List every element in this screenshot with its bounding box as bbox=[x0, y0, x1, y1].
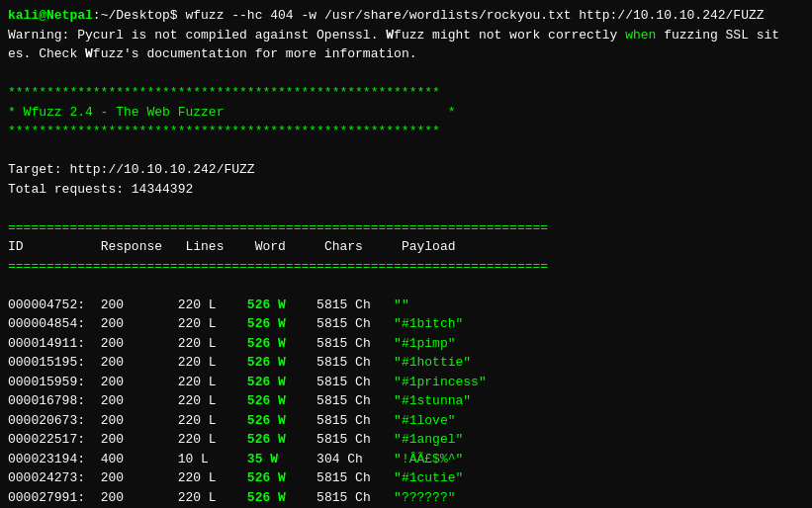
cell-response: 200 bbox=[101, 393, 178, 408]
cell-word: 526 W bbox=[247, 432, 316, 447]
cell-chars: 5815 Ch bbox=[316, 490, 394, 505]
cell-word: 35 W bbox=[247, 452, 316, 466]
blank-1 bbox=[8, 64, 804, 84]
col-response: Response bbox=[101, 239, 186, 254]
cell-response: 200 bbox=[101, 297, 178, 312]
warning-text-1: Warning: Pycurl is not compiled against … bbox=[8, 28, 779, 42]
cell-response: 200 bbox=[101, 355, 178, 370]
cell-payload: "#1angel" bbox=[394, 432, 463, 447]
cell-response: 200 bbox=[101, 413, 178, 428]
blank-2 bbox=[8, 141, 804, 161]
target-line: Target: http://10.10.10.242/FUZZ bbox=[8, 160, 804, 180]
cell-word: 526 W bbox=[247, 490, 316, 505]
cell-payload: "#1hottie" bbox=[394, 355, 471, 370]
cell-id: 000024273: bbox=[8, 470, 101, 485]
table-column-headers: ID Response Lines Word Chars Payload bbox=[8, 237, 804, 257]
cell-response: 400 bbox=[101, 452, 178, 466]
table-divider-mid: ========================================… bbox=[8, 257, 804, 277]
cell-word: 526 W bbox=[247, 336, 316, 351]
prompt-line: kali@Netpal:~/Desktop$ wfuzz --hc 404 -w… bbox=[8, 6, 804, 26]
table-divider-top: ========================================… bbox=[8, 218, 804, 238]
table-row: 000024273: 200 220 L 526 W 5815 Ch "#1cu… bbox=[8, 468, 804, 488]
table-row: 000016798: 200 220 L 526 W 5815 Ch "#1st… bbox=[8, 391, 804, 411]
cell-word: 526 W bbox=[247, 413, 316, 428]
cell-id: 000016798: bbox=[8, 393, 101, 408]
cell-id: 000020673: bbox=[8, 413, 101, 428]
table-row: 000023194: 400 10 L 35 W 304 Ch "!ÂÃ£$%^… bbox=[8, 450, 804, 469]
cell-response: 200 bbox=[101, 490, 178, 505]
cell-payload: "#1pimp" bbox=[394, 336, 455, 351]
cell-id: 000022517: bbox=[8, 432, 101, 447]
command-text: wfuzz --hc 404 -w /usr/share/wordlists/r… bbox=[185, 8, 764, 23]
cell-payload: "#1love" bbox=[394, 413, 455, 428]
cell-chars: 5815 Ch bbox=[316, 316, 394, 331]
cell-chars: 5815 Ch bbox=[316, 470, 394, 485]
cell-response: 200 bbox=[101, 432, 178, 447]
cell-response: 200 bbox=[101, 470, 178, 485]
cell-id: 000023194: bbox=[8, 452, 101, 466]
warning-text-2: es. Check Wfuzz's documentation for more… bbox=[8, 46, 416, 61]
cell-id: 000004854: bbox=[8, 316, 101, 331]
cell-lines: 220 L bbox=[178, 490, 247, 505]
blank-4 bbox=[8, 276, 804, 296]
terminal: kali@Netpal:~/Desktop$ wfuzz --hc 404 -w… bbox=[0, 0, 812, 508]
col-payload: Payload bbox=[402, 239, 456, 254]
table-row: 000015959: 200 220 L 526 W 5815 Ch "#1pr… bbox=[8, 373, 804, 392]
table-row: 000027991: 200 220 L 526 W 5815 Ch "????… bbox=[8, 488, 804, 508]
cell-word: 526 W bbox=[247, 393, 316, 408]
prompt-host: kali@Netpal bbox=[8, 8, 93, 23]
cell-chars: 5815 Ch bbox=[316, 336, 394, 351]
cell-payload: "??????" bbox=[394, 490, 455, 505]
warning-line-2: es. Check Wfuzz's documentation for more… bbox=[8, 44, 804, 64]
cell-lines: 220 L bbox=[178, 355, 247, 370]
warning-line-1: Warning: Pycurl is not compiled against … bbox=[8, 26, 804, 45]
cell-lines: 220 L bbox=[178, 413, 247, 428]
cell-id: 000014911: bbox=[8, 336, 101, 351]
table-row: 000022517: 200 220 L 526 W 5815 Ch "#1an… bbox=[8, 430, 804, 450]
blank-3 bbox=[8, 199, 804, 218]
table-row: 000014911: 200 220 L 526 W 5815 Ch "#1pi… bbox=[8, 334, 804, 354]
cell-response: 200 bbox=[101, 375, 178, 389]
col-chars: Chars bbox=[324, 239, 402, 254]
prompt-path: :~/Desktop bbox=[93, 8, 170, 23]
cell-id: 000004752: bbox=[8, 297, 101, 312]
divider-top: ****************************************… bbox=[8, 83, 804, 103]
cell-payload: "#1bitch" bbox=[394, 316, 463, 331]
cell-response: 200 bbox=[101, 316, 178, 331]
cell-lines: 220 L bbox=[178, 470, 247, 485]
col-lines: Lines bbox=[185, 239, 254, 254]
cell-payload: "#1cutie" bbox=[394, 470, 463, 485]
cell-chars: 5815 Ch bbox=[316, 432, 394, 447]
prompt-dollar: $ bbox=[170, 8, 186, 23]
cell-word: 526 W bbox=[247, 470, 316, 485]
cell-lines: 220 L bbox=[178, 316, 247, 331]
table-body: 000004752: 200 220 L 526 W 5815 Ch ""000… bbox=[8, 296, 804, 509]
cell-word: 526 W bbox=[247, 297, 316, 312]
wfuzz-title: * Wfuzz 2.4 - The Web Fuzzer * bbox=[8, 103, 804, 123]
cell-word: 526 W bbox=[247, 355, 316, 370]
cell-chars: 5815 Ch bbox=[316, 297, 394, 312]
cell-payload: "!ÂÃ£$%^" bbox=[394, 452, 463, 466]
cell-lines: 220 L bbox=[178, 375, 247, 389]
total-requests-line: Total requests: 14344392 bbox=[8, 180, 804, 200]
cell-lines: 220 L bbox=[178, 432, 247, 447]
cell-word: 526 W bbox=[247, 316, 316, 331]
cell-lines: 220 L bbox=[178, 336, 247, 351]
table-row: 000004854: 200 220 L 526 W 5815 Ch "#1bi… bbox=[8, 314, 804, 334]
cell-response: 200 bbox=[101, 336, 178, 351]
cell-chars: 5815 Ch bbox=[316, 355, 394, 370]
cell-payload: "" bbox=[394, 297, 409, 312]
cell-id: 000015959: bbox=[8, 375, 101, 389]
table-row: 000015195: 200 220 L 526 W 5815 Ch "#1ho… bbox=[8, 353, 804, 373]
cell-id: 000015195: bbox=[8, 355, 101, 370]
table-row: 000004752: 200 220 L 526 W 5815 Ch "" bbox=[8, 296, 804, 315]
cell-lines: 220 L bbox=[178, 297, 247, 312]
table-row: 000020673: 200 220 L 526 W 5815 Ch "#1lo… bbox=[8, 411, 804, 431]
cell-payload: "#1stunna" bbox=[394, 393, 471, 408]
cell-id: 000027991: bbox=[8, 490, 101, 505]
cell-chars: 304 Ch bbox=[316, 452, 394, 466]
cell-chars: 5815 Ch bbox=[316, 413, 394, 428]
cell-chars: 5815 Ch bbox=[316, 375, 394, 389]
col-word: Word bbox=[255, 239, 324, 254]
cell-lines: 10 L bbox=[178, 452, 247, 466]
